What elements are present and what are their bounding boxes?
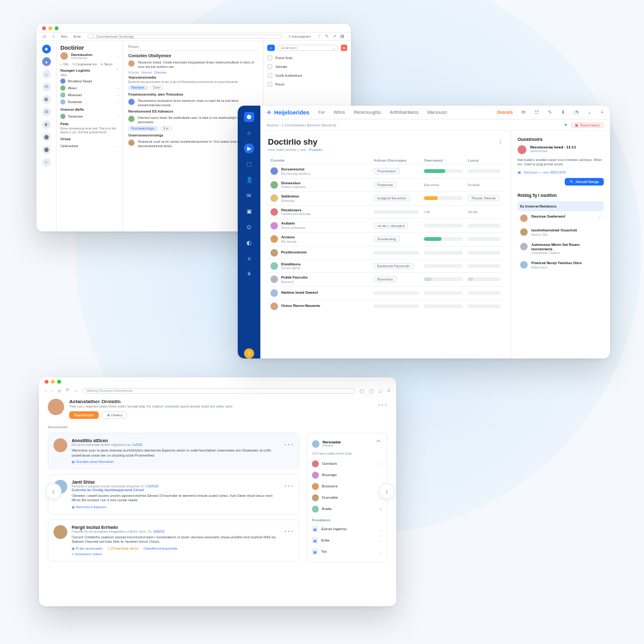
tab[interactable]: ✎ Cssgreeneruns — [72, 62, 97, 66]
file-item[interactable]: ▣Tsit⌄ — [312, 546, 382, 557]
rail-add[interactable]: ＋ — [42, 158, 51, 167]
avatar[interactable] — [312, 440, 319, 448]
share-icon[interactable]: ↗ — [333, 34, 336, 39]
rail-item[interactable]: ⚘ — [244, 269, 254, 279]
related-item[interactable]: Es Irmorrst Reintincrs — [518, 201, 604, 212]
menu-item[interactable]: Porom — [267, 80, 347, 89]
notif-icon[interactable]: ● — [341, 45, 347, 51]
pill[interactable]: Roonineierohngyo — [128, 126, 158, 131]
chevron-down-icon[interactable]: ⌄ — [587, 109, 592, 115]
rail-item[interactable]: ▣ — [42, 95, 51, 104]
forward-icon[interactable]: › — [52, 389, 53, 392]
col-header[interactable]: Lussy — [465, 157, 503, 165]
table-row[interactable]: EtsidttionsSmnorl alents Eenhondd Feyrso… — [268, 259, 503, 273]
nav-link[interactable]: Wtms — [334, 110, 345, 114]
more-icon[interactable]: ⋯ — [377, 399, 387, 411]
rail-item[interactable]: ✉ — [244, 191, 254, 201]
people-item[interactable]: Brosstsira› — [312, 480, 382, 492]
rail-logo[interactable]: ⬢ — [244, 112, 254, 122]
people-item[interactable]: Gomidors› — [312, 458, 382, 469]
primary-button[interactable]: Raensbochn — [69, 411, 99, 419]
people-item[interactable]: Drornoibie› — [312, 492, 382, 503]
menu-item[interactable]: Gontb Audtarstioos — [267, 71, 347, 80]
rail-item[interactable]: ◐ — [244, 238, 254, 248]
table-row[interactable]: AstbeinStorrn suldourton ue ten i, slioo… — [268, 219, 503, 233]
col-header[interactable]: Oeerneerd — [421, 157, 465, 165]
rail-help[interactable]: ? — [244, 348, 254, 358]
rail-item[interactable]: ⊙ — [244, 222, 254, 232]
edit-icon[interactable]: ✎ — [548, 109, 552, 115]
user-icon[interactable]: ◔ — [574, 109, 579, 115]
chevron-up-icon[interactable]: ⌃ — [374, 438, 382, 450]
minimize-dot[interactable] — [48, 26, 52, 30]
related-item[interactable]: Isoshofnertstreel OcusrtrsltRreroy Olei — [518, 225, 604, 240]
sidebar-item[interactable]: #Esen› — [60, 84, 119, 91]
nav-link[interactable]: Renersoogtss — [353, 110, 380, 114]
sidebar-item[interactable]: Ceterosdnes⌄ — [60, 142, 119, 149]
sidebar-item[interactable]: Rcsitesrte› — [60, 98, 119, 105]
pill[interactable]: Eseer — [150, 86, 164, 90]
url-bar[interactable]: Attlstrog Sorssrsoe Avionnerncen — [82, 388, 355, 394]
omnibox[interactable]: ⌕Commeentssen Ssnemegy — [87, 34, 282, 39]
grid-icon[interactable]: ▤ — [340, 34, 345, 39]
search-button[interactable]: ⌕ — [267, 45, 275, 51]
attachment-link[interactable]: ▣ Dertyson — omt 4800:HHS — [518, 170, 604, 174]
file-item[interactable]: ▣Elorom Ingtiirtno⌄ — [312, 523, 382, 535]
ext-icon[interactable]: ◯ — [360, 389, 364, 393]
toolbar-item[interactable]: Enter — [74, 35, 81, 38]
table-row[interactable]: ArranrsRie lsesriol Snooernting — [268, 232, 503, 246]
menu-icon[interactable]: ≡ — [601, 109, 604, 115]
toolbar-item[interactable]: Ct — [43, 35, 46, 38]
more-icon[interactable]: ⋮ — [317, 34, 321, 39]
home-icon[interactable]: ⌂ — [75, 389, 77, 392]
tab[interactable]: ✶ Seryo — [101, 62, 112, 66]
feed-card[interactable]: Annstltiiu stDcen Dre tyroil sovininwer … — [48, 433, 299, 469]
menu-item[interactable]: Posne Suds — [267, 53, 347, 62]
rail-logo[interactable]: ◆ — [42, 45, 51, 53]
bell-icon[interactable]: ☷ — [535, 109, 539, 115]
table-row[interactable]: DonessborInssers ssafroess Pcreentds Elp… — [268, 178, 503, 192]
download-icon[interactable]: ⬇ — [561, 109, 565, 115]
content-tab[interactable]: Rssem — [128, 45, 139, 48]
sidebar-item[interactable]: #Esessed› — [60, 91, 119, 98]
rail-item[interactable]: ◐ — [42, 120, 51, 129]
toolbar-item[interactable]: Rels — [61, 35, 67, 38]
close-dot[interactable] — [45, 380, 48, 384]
toolbar-action[interactable]: ⚲ Autonrgeners — [289, 35, 311, 38]
nav-link[interactable]: Artif/Asertaess — [390, 110, 419, 114]
rail-item[interactable]: ✉ — [42, 82, 51, 91]
rail-item[interactable]: ⌂ — [244, 128, 254, 138]
pill[interactable]: Resnteers — [128, 86, 148, 90]
table-row[interactable]: PesidonersFstweiroons esavnes Od0 Vis-lh… — [268, 205, 503, 219]
avatar[interactable] — [518, 145, 526, 154]
rail-item-active[interactable]: ▶ — [244, 143, 254, 153]
sidebar-item[interactable]: Tsececsee› — [60, 113, 119, 119]
toolbar-item[interactable]: ⇧ — [52, 35, 55, 38]
table-row[interactable]: SebbstiusEtserpoig budgond Esostrton Ros… — [268, 192, 503, 206]
tab[interactable]: ⌂ Orb — [60, 62, 69, 66]
flag-icon[interactable]: ⚑ — [564, 123, 567, 127]
col-header[interactable]: Arltcen Eterorgars — [371, 157, 421, 165]
ext-icon[interactable]: ▢ — [379, 389, 382, 393]
rail-item[interactable]: ▣ — [244, 206, 254, 216]
menu-item[interactable]: Adsntee — [267, 62, 347, 71]
table-row[interactable]: Octon Rernn-Neoents — [268, 299, 503, 313]
rail-item[interactable]: ⎌ — [244, 253, 254, 264]
status-chip[interactable]: ▣ Roeormeany — [571, 123, 604, 128]
rail-item[interactable]: ⌂ — [42, 70, 51, 79]
table-row[interactable]: Politti FecrottsEescend Bsonrtnbu — [268, 273, 503, 287]
mail-icon[interactable]: ✉ — [521, 109, 526, 115]
related-item[interactable]: Asttotosise Mkirin Det Rsiarn Isorstonte… — [518, 240, 604, 258]
secondary-button[interactable]: ⊕ Osreno — [102, 411, 128, 419]
people-item[interactable]: Bnelie✎ — [312, 503, 382, 514]
back-icon[interactable]: ‹ — [45, 389, 47, 392]
sidebar-item[interactable]: Rriuatiesd Sesed — [60, 77, 119, 84]
nav-link[interactable]: For — [318, 110, 325, 114]
feed-card[interactable]: Fiergli Inciisd Errhwtn Oseover ibo ter … — [48, 519, 299, 562]
close-dot[interactable] — [42, 26, 46, 30]
zoom-dot[interactable] — [57, 380, 61, 384]
header-avatar[interactable] — [48, 399, 64, 415]
rail-item[interactable]: ⊞ — [42, 108, 51, 116]
people-item[interactable]: Broontgts› — [312, 469, 382, 480]
cta-link[interactable]: Desnils — [497, 110, 513, 114]
